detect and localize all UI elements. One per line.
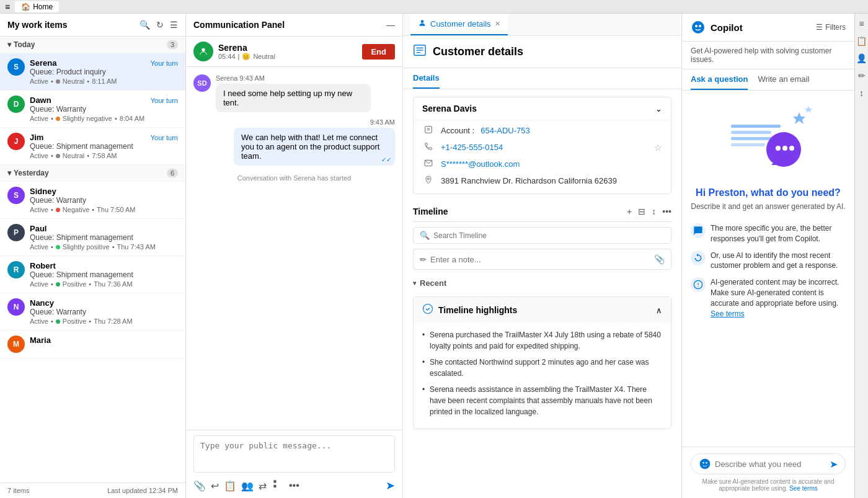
svg-rect-22 [731,143,765,146]
item-queue-serena: Queue: Product inquiry [30,68,178,76]
item-status-serena: Active • Neutral • 8:11 AM [30,78,178,85]
note-input[interactable] [430,255,654,264]
customer-panel-title: Customer details [433,45,523,58]
chat-msg-incoming: SD Serena 9:43 AM I need some help setti… [193,74,395,112]
sentiment-dot-sidney [56,208,60,212]
end-button[interactable]: End [362,44,395,60]
side-icon-user[interactable]: 👤 [856,53,867,63]
timeline-more-icon[interactable]: ••• [662,207,671,216]
copilot-description: Describe it and get an answer generated … [691,202,846,211]
highlights-collapse-icon[interactable]: ∧ [656,306,662,315]
highlights-card: Timeline highlights ∧ Serena purchased t… [413,296,671,429]
recent-header[interactable]: ▾ Recent [413,275,671,291]
phone-value[interactable]: +1-425-555-0154 [441,143,503,152]
see-terms-link[interactable]: See terms [711,309,745,318]
main-container: My work items 🔍 ↻ ☰ ▾ Today 3 S Serena Y… [0,14,868,498]
svg-point-15 [695,25,698,27]
item-name-robert: Robert [30,261,56,270]
highlight-item-2: She contacted Northwind support 2 minute… [422,357,662,379]
work-item-jim[interactable]: J Jim Your turn Queue: Shipment manageme… [0,128,185,165]
tip-text-3: AI-generated content may be incorrect. M… [711,277,846,319]
item-name-maria: Maria [30,336,51,345]
item-active-label: Active [30,78,48,85]
work-item-robert[interactable]: R Robert Queue: Shipment management Acti… [0,256,185,293]
tab-bar: Customer details ✕ [403,14,681,36]
tab-close-icon[interactable]: ✕ [495,20,500,28]
today-section-header: ▾ Today 3 [0,37,185,53]
work-item-paul[interactable]: P Paul Queue: Shipment management Active… [0,219,185,256]
kb-icon[interactable]: 📋 [224,480,236,492]
side-icon-clipboard[interactable]: 📋 [856,36,867,46]
timeline-sort-icon[interactable]: ↕ [652,207,656,216]
copilot-input[interactable] [715,460,826,469]
extra-options-icon[interactable]: ••• [289,480,299,491]
work-item-maria[interactable]: M Maria [0,331,185,358]
item-status-dawn: Active • Slightly negative • 8:04 AM [30,115,178,122]
account-icon [422,125,435,136]
item-status-nancy: Active • Positive • Thu 7:28 AM [30,318,178,325]
highlight-item-1: Serena purchased the TrailMaster X4 July… [422,329,662,352]
detail-tab-details[interactable]: Details [413,68,440,89]
copilot-disclaimer: Make sure AI-generated content is accura… [691,478,846,492]
refresh-icon[interactable]: ↻ [156,20,164,30]
comm-user-name: Serena [218,43,275,53]
side-icon-menu[interactable]: ≡ [859,19,864,29]
item-content-sidney: Sidney Queue: Warranty Active • Negative… [30,187,178,213]
contact-card-header[interactable]: Serena Davis ⌄ [414,97,671,120]
copilot-tab-ask[interactable]: Ask a question [691,69,748,90]
work-item-serena[interactable]: S Serena Your turn Queue: Product inquir… [0,53,185,91]
more-options-icon[interactable] [272,478,284,493]
copilot-terms-link[interactable]: See terms [789,485,818,492]
minimize-button[interactable]: — [386,20,395,30]
chat-toolbar: 📎 ↩ 📋 👥 ⇄ ••• ➤ [193,478,395,493]
timeline-search-input[interactable] [433,231,665,240]
timeline-filter-icon[interactable]: ⊟ [638,207,645,216]
contact-collapse-icon[interactable]: ⌄ [655,104,662,113]
customer-header-icon [413,43,427,60]
work-item-sidney[interactable]: S Sidney Queue: Warranty Active • Negati… [0,182,185,219]
today-label[interactable]: ▾ Today [7,40,35,49]
side-icon-edit[interactable]: ✏ [858,71,866,81]
svg-point-16 [699,25,701,27]
send-button[interactable]: ➤ [386,479,395,492]
highlights-header[interactable]: Timeline highlights ∧ [414,297,671,323]
note-attach-icon[interactable]: 📎 [654,254,665,264]
copilot-header: Copilot ☰ Filters [682,14,854,42]
collab-icon[interactable]: 👥 [241,480,254,492]
transfer-icon[interactable]: ⇄ [259,480,267,492]
tab-customer-details[interactable]: Customer details ✕ [410,14,508,35]
tip-icon-1 [691,223,706,238]
timeline-add-icon[interactable]: + [627,207,632,216]
work-item-dawn[interactable]: D Dawn Your turn Queue: Warranty Active … [0,91,185,128]
email-value[interactable]: S*******@outlook.com [441,159,520,169]
comm-panel-header: Communication Panel — [186,14,402,37]
copilot-send-icon[interactable]: ➤ [830,458,838,470]
item-queue-robert: Queue: Shipment management [30,270,178,279]
tip-icon-3 [691,277,706,292]
copilot-tab-email[interactable]: Write an email [758,69,809,90]
side-icon-sort[interactable]: ↕ [859,88,864,98]
yesterday-label[interactable]: ▾ Yesterday [7,169,49,177]
chat-input[interactable] [193,435,395,473]
work-items-title: My work items [7,20,67,30]
phone-star-icon[interactable]: ☆ [654,143,662,153]
search-icon[interactable]: 🔍 [140,20,150,30]
svg-rect-8 [425,127,432,133]
timeline-search[interactable]: 🔍 [413,227,671,244]
quick-reply-icon[interactable]: ↩ [211,480,219,492]
read-receipts: ✓✓ [381,156,391,163]
svg-point-24 [776,146,781,151]
msg-incoming-sender: Serena [216,74,237,82]
filters-button[interactable]: ☰ Filters [816,23,846,32]
hamburger-icon[interactable]: ≡ [5,2,10,12]
svg-marker-18 [805,106,812,113]
chat-bubble-outgoing: We can help with that! Let me connect yo… [234,128,395,166]
filter-icon[interactable]: ☰ [170,20,178,30]
home-tab[interactable]: 🏠 Home [15,1,59,12]
work-item-nancy[interactable]: N Nancy Queue: Warranty Active • Positiv… [0,293,185,331]
attachment-icon[interactable]: 📎 [193,480,206,492]
recent-label: Recent [420,278,446,288]
item-status-paul: Active • Slightly positive • Thu 7:43 AM [30,243,178,251]
comm-user-meta: 05:44 | 😐 Neutral [218,53,275,61]
filters-label: Filters [825,23,846,32]
